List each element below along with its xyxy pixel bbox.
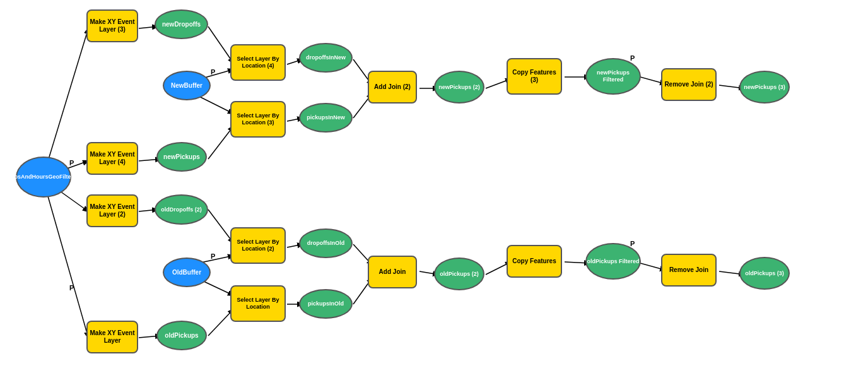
make-xy-3-node[interactable]: Make XY Event Layer (2) [86, 194, 138, 227]
svg-line-21 [208, 210, 233, 243]
old-pickups-node[interactable]: oldPickups [156, 321, 207, 350]
new-buffer-node[interactable]: NewBuffer [163, 71, 211, 100]
dropoffs-in-new-node[interactable]: dropoffsInNew [299, 43, 353, 73]
copy-features-node[interactable]: Copy Features [507, 245, 562, 278]
dropoffs-in-old-node[interactable]: dropoffsInOld [299, 228, 353, 258]
remove-join-node[interactable]: Remove Join [661, 254, 717, 287]
connection-lines [0, 0, 868, 373]
p-label-4: P [211, 252, 215, 260]
p-label-3: P [69, 284, 74, 292]
svg-line-3 [44, 183, 88, 338]
make-xy-4-node[interactable]: Make XY Event Layer [86, 321, 138, 353]
workflow-canvas: TripsAndHoursGeoFiltered Make XY Event L… [0, 0, 868, 373]
old-pickups-2-node[interactable]: oldPickups (2) [434, 258, 484, 290]
old-pickups-3-node[interactable]: oldPickups (3) [739, 257, 790, 290]
make-xy-2-node[interactable]: Make XY Event Layer (4) [86, 142, 138, 175]
pickups-in-old-node[interactable]: pickupsInOld [299, 289, 353, 319]
new-pickups-filtered-node[interactable]: newPickups Filtered [585, 58, 641, 95]
make-xy-1-node[interactable]: Make XY Event Layer (3) [86, 9, 138, 42]
svg-line-24 [208, 309, 233, 336]
select-loc-3-node[interactable]: Select Layer By Location (2) [230, 227, 286, 264]
new-pickups-3-node[interactable]: newPickups (3) [739, 71, 790, 104]
add-join-2-node[interactable]: Add Join (2) [368, 71, 417, 104]
new-pickups-node[interactable]: newPickups [156, 142, 207, 172]
select-loc-1-node[interactable]: Select Layer By Location (4) [230, 44, 286, 81]
p-label-2: P [211, 68, 215, 76]
svg-line-11 [208, 126, 233, 159]
old-pickups-filtered-node[interactable]: oldPickups Filtered [585, 243, 641, 280]
remove-join-2-node[interactable]: Remove Join (2) [661, 68, 717, 101]
p-label-6: P [630, 240, 635, 247]
old-buffer-node[interactable]: OldBuffer [163, 258, 211, 287]
svg-line-8 [208, 27, 233, 63]
select-loc-2-node[interactable]: Select Layer By Location (3) [230, 101, 286, 138]
select-loc-4-node[interactable]: Select Layer By Location [230, 285, 286, 322]
svg-line-0 [44, 28, 88, 174]
new-pickups-2-node[interactable]: newPickups (2) [434, 71, 484, 104]
p-label-1: P [69, 159, 74, 167]
pickups-in-new-node[interactable]: pickupsInNew [299, 103, 353, 133]
new-dropoffs-node[interactable]: newDropoffs [155, 9, 208, 39]
copy-features-3-node[interactable]: Copy Features (3) [507, 58, 562, 95]
add-join-node[interactable]: Add Join [368, 256, 417, 288]
p-label-5: P [630, 54, 635, 62]
old-dropoffs-node[interactable]: oldDropoffs (2) [155, 194, 208, 225]
trips-and-hours-node[interactable]: TripsAndHoursGeoFiltered [16, 157, 71, 198]
